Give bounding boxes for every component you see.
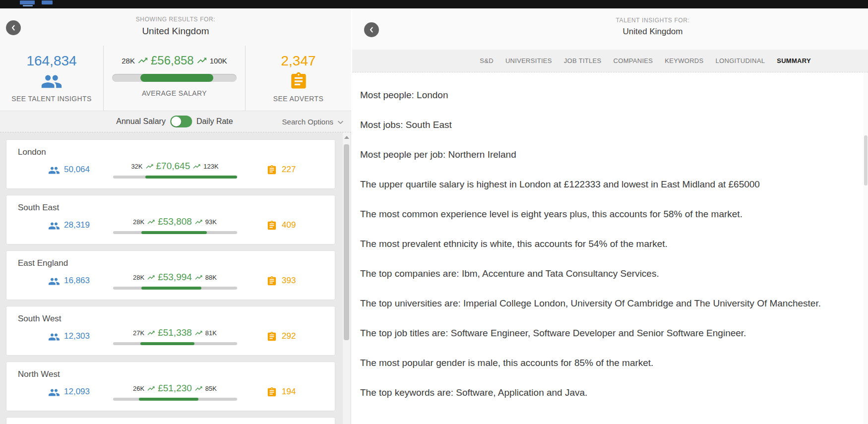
- trending-up-icon: [196, 55, 207, 66]
- insights-tabs: S&D UNIVERSITIES JOB TITLES COMPANIES KE…: [352, 50, 868, 72]
- search-options-button[interactable]: Search Options: [282, 111, 344, 132]
- region-salary: 27K £51,338 81K: [104, 327, 246, 345]
- daily-rate-label: Daily Rate: [196, 117, 233, 126]
- insights-title: United Kingdom: [616, 27, 690, 37]
- region-salary-max: 123K: [203, 163, 218, 170]
- insights-tab[interactable]: S&D: [480, 57, 494, 64]
- trending-up-icon: [194, 218, 203, 226]
- region-salary: 28K £53,994 88K: [104, 272, 246, 290]
- region-name: South East: [6, 195, 335, 213]
- region-adverts-link[interactable]: 409: [246, 220, 335, 231]
- salary-min: 28K: [122, 57, 135, 65]
- region-card[interactable]: South West 12,303 27K: [6, 306, 335, 356]
- insights-header: TALENT INSIGHTS FOR: United Kingdom: [352, 8, 868, 50]
- region-salary: 32K £70,645 123K: [104, 161, 246, 179]
- region-list: London 50,064 32K: [0, 132, 351, 424]
- region-talent-link[interactable]: 12,093: [6, 387, 104, 397]
- talent-insights-stat[interactable]: 164,834 SEE TALENT INSIGHTS: [0, 46, 103, 111]
- region-salary: 26K £51,230 85K: [104, 383, 246, 401]
- browser-tab-glyph: [20, 0, 35, 4]
- region-card[interactable]: North West 12,093 26K: [6, 362, 335, 411]
- region-salary-bar-fill: [139, 398, 198, 401]
- average-salary-bar: [112, 74, 237, 82]
- region-adverts-count: 227: [282, 165, 296, 175]
- region-salary-bar: [113, 176, 237, 179]
- summary-line: Most jobs: South East: [360, 119, 858, 131]
- summary-line: The top job titles are: Software Enginee…: [360, 327, 858, 339]
- summary-line: The upper quartile salary is highest in …: [360, 179, 858, 190]
- back-button[interactable]: [6, 20, 21, 35]
- people-icon: [48, 165, 60, 175]
- region-card[interactable]: South East 28,319 28K: [6, 195, 335, 244]
- region-people-count: 12,303: [64, 331, 90, 341]
- chevron-down-icon: [337, 119, 344, 126]
- region-salary-min: 28K: [133, 218, 144, 226]
- region-salary-bar: [113, 287, 237, 290]
- region-salary-min: 32K: [131, 163, 142, 170]
- results-panel: SHOWING RESULTS FOR: United Kingdom 164,…: [0, 8, 351, 424]
- summary-line: The most common experience level is eigh…: [360, 208, 858, 220]
- talent-count: 164,834: [26, 54, 76, 68]
- insights-tab[interactable]: LONGITUDINAL: [716, 57, 765, 64]
- region-salary-min: 26K: [133, 385, 144, 392]
- insights-tab[interactable]: UNIVERSITIES: [505, 57, 552, 64]
- region-talent-link[interactable]: 28,319: [6, 220, 104, 230]
- people-icon: [48, 332, 60, 341]
- region-adverts-link[interactable]: 393: [246, 276, 335, 286]
- region-adverts-link[interactable]: 227: [246, 165, 335, 175]
- insights-tab[interactable]: KEYWORDS: [665, 57, 703, 64]
- summary-line: The most prevalent ethnicity is white, t…: [360, 238, 858, 250]
- left-scrollbar-thumb[interactable]: [344, 144, 349, 340]
- region-name: North West: [6, 362, 335, 379]
- region-talent-link[interactable]: 16,863: [6, 276, 104, 286]
- region-people-count: 50,064: [64, 165, 90, 175]
- region-adverts-count: 194: [282, 387, 296, 397]
- trending-up-icon: [194, 384, 203, 393]
- region-salary-value: £53,994: [158, 272, 192, 283]
- region-card[interactable]: London 50,064 32K: [6, 139, 335, 189]
- region-salary-value: £53,808: [158, 216, 192, 227]
- summary-line: The most popular gender is male, this ac…: [360, 357, 858, 369]
- toggle-knob: [171, 117, 181, 126]
- region-name: East England: [6, 251, 335, 268]
- region-people-count: 12,093: [64, 387, 90, 397]
- region-adverts-link[interactable]: 194: [246, 387, 335, 397]
- region-talent-link[interactable]: 50,064: [6, 165, 104, 175]
- region-salary: 28K £53,808 93K: [104, 216, 246, 234]
- insights-for-label: TALENT INSIGHTS FOR:: [616, 8, 690, 24]
- region-card[interactable]: East England 16,863 28K: [6, 250, 335, 300]
- region-salary-value: £70,645: [156, 161, 190, 172]
- region-adverts-link[interactable]: 292: [246, 331, 335, 342]
- results-header: SHOWING RESULTS FOR: United Kingdom: [0, 8, 351, 46]
- region-salary-value: £51,230: [158, 383, 192, 394]
- insights-tab[interactable]: COMPANIES: [614, 57, 653, 64]
- trending-up-icon: [147, 384, 155, 393]
- insights-tab[interactable]: JOB TITLES: [564, 57, 602, 64]
- region-talent-link[interactable]: 12,303: [6, 331, 104, 341]
- salary-period-toggle[interactable]: [170, 116, 192, 127]
- average-salary-stat: 28K £56,858 100K AVERAGE SALARY: [103, 46, 246, 111]
- region-card-partial[interactable]: [6, 417, 335, 424]
- summary-line: The top keywords are: Software, Applicat…: [360, 387, 858, 399]
- back-button[interactable]: [364, 22, 379, 37]
- chevron-left-icon: [9, 24, 17, 32]
- browser-chrome-bar: [0, 0, 868, 8]
- clipboard-icon: [267, 387, 277, 397]
- region-salary-bar-fill: [145, 176, 237, 179]
- region-name: South West: [6, 306, 335, 324]
- region-people-count: 28,319: [64, 220, 90, 230]
- insights-tab[interactable]: SUMMARY: [777, 57, 811, 64]
- trending-up-icon: [194, 273, 203, 282]
- trending-up-icon: [137, 55, 148, 66]
- scroll-up-arrow-icon[interactable]: [344, 136, 349, 139]
- adverts-count: 2,347: [281, 54, 315, 68]
- right-scrollbar-thumb[interactable]: [864, 135, 868, 185]
- summary-line: Most people per job: Northern Ireland: [360, 149, 858, 161]
- region-salary-value: £51,338: [158, 327, 192, 338]
- adverts-stat[interactable]: 2,347 SEE ADVERTS: [246, 46, 351, 111]
- left-scrollbar[interactable]: [343, 132, 350, 424]
- trending-up-icon: [147, 329, 155, 337]
- region-salary-bar: [113, 398, 237, 401]
- insights-panel: TALENT INSIGHTS FOR: United Kingdom S&D …: [352, 8, 868, 424]
- right-scrollbar[interactable]: [864, 72, 868, 424]
